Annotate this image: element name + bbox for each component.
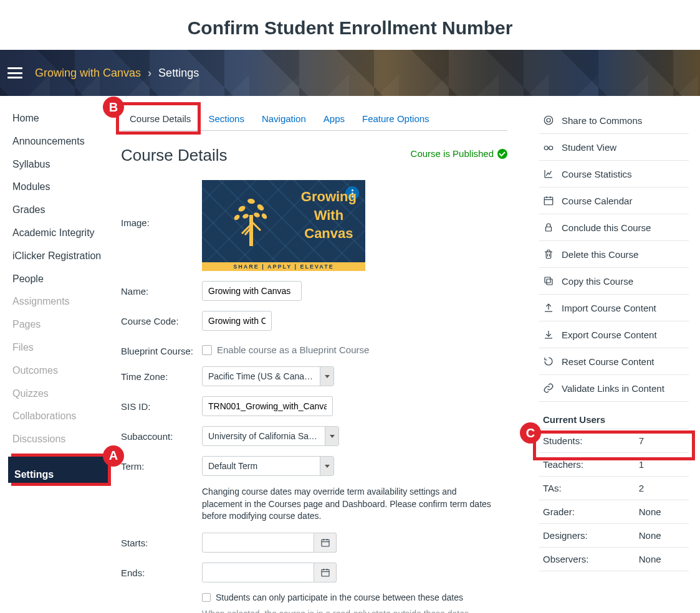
- action-conclude-course[interactable]: Conclude this Course: [539, 214, 689, 241]
- sidebar-item-discussions[interactable]: Discussions: [11, 428, 111, 451]
- restrict-dates-label: Students can only participate in the cou…: [216, 592, 463, 602]
- svg-point-18: [544, 146, 548, 150]
- sidebar-item-settings[interactable]: Settings: [8, 457, 108, 483]
- label-name: Name:: [121, 281, 202, 297]
- chevron-down-icon: [320, 457, 333, 475]
- svg-rect-27: [547, 279, 552, 285]
- course-image[interactable]: Growing With Canvas SHARE | APPLY | ELEV…: [202, 180, 365, 271]
- action-copy-course[interactable]: Copy this Course: [539, 268, 689, 295]
- svg-point-19: [549, 146, 553, 150]
- callout-c-frame: C: [533, 430, 695, 460]
- settings-main: B Course Details Sections Navigation App…: [121, 107, 529, 613]
- sidebar-item-syllabus[interactable]: Syllabus: [11, 153, 111, 176]
- breadcrumb-page: Settings: [158, 67, 199, 79]
- link-icon: [543, 383, 554, 394]
- copy-icon: [543, 275, 554, 287]
- svg-point-4: [242, 213, 249, 219]
- row-grader: Grader:None: [539, 500, 689, 524]
- action-reset-content[interactable]: Reset Course Content: [539, 348, 689, 375]
- sidebar-item-people[interactable]: People: [11, 268, 111, 291]
- label-timezone: Time Zone:: [121, 366, 202, 382]
- chevron-down-icon: [320, 367, 333, 386]
- action-course-calendar[interactable]: Course Calendar: [539, 188, 689, 214]
- svg-point-7: [261, 212, 268, 220]
- svg-rect-28: [545, 277, 550, 283]
- sidebar-item-announcements[interactable]: Announcements: [11, 130, 111, 153]
- callout-badge-b: B: [103, 97, 124, 118]
- blueprint-checkbox[interactable]: [202, 345, 212, 355]
- callout-badge-a: A: [103, 445, 124, 467]
- svg-point-6: [233, 214, 241, 221]
- starts-input[interactable]: [202, 533, 314, 553]
- tab-sections[interactable]: Sections: [199, 107, 253, 130]
- term-select[interactable]: Default Term: [202, 456, 334, 476]
- stats-icon: [543, 168, 554, 179]
- sidebar-item-pages[interactable]: Pages: [11, 313, 111, 336]
- callout-badge-c: C: [520, 422, 541, 444]
- svg-point-5: [253, 212, 261, 219]
- breadcrumb-course[interactable]: Growing with Canvas: [35, 67, 141, 79]
- blueprint-checkbox-label: Enable course as a Blueprint Course: [217, 345, 369, 355]
- chevron-down-icon: [325, 427, 338, 445]
- tab-apps[interactable]: Apps: [315, 107, 353, 130]
- course-nav: Home Announcements Syllabus Modules Grad…: [0, 107, 111, 613]
- label-image: Image:: [121, 180, 202, 228]
- sidebar-item-grades[interactable]: Grades: [11, 199, 111, 222]
- subaccount-select[interactable]: University of California San D: [202, 426, 339, 446]
- calendar-icon[interactable]: [314, 563, 337, 582]
- row-observers: Observers:None: [539, 548, 689, 571]
- sidebar-item-files[interactable]: Files: [11, 336, 111, 359]
- hamburger-icon[interactable]: [7, 67, 22, 78]
- check-circle-icon: [497, 149, 507, 159]
- label-sisid: SIS ID:: [121, 396, 202, 412]
- sidebar-item-assignments[interactable]: Assignments: [11, 290, 111, 313]
- label-starts: Starts:: [121, 533, 202, 548]
- action-import-content[interactable]: Import Course Content: [539, 295, 689, 321]
- svg-point-1: [237, 205, 246, 213]
- timezone-select[interactable]: Pacific Time (US & Canada) (-0: [202, 366, 334, 386]
- course-banner: Growing with Canvas › Settings: [0, 50, 700, 96]
- sidebar-item-quizzes[interactable]: Quizzes: [11, 383, 111, 406]
- tab-feature-options[interactable]: Feature Options: [353, 107, 438, 130]
- row-designers: Designers:None: [539, 524, 689, 548]
- ends-input[interactable]: [202, 563, 314, 582]
- action-export-content[interactable]: Export Course Content: [539, 321, 689, 348]
- chevron-right-icon: ›: [144, 67, 155, 79]
- reset-icon: [543, 356, 554, 367]
- row-tas: TAs:2: [539, 477, 689, 500]
- action-course-statistics[interactable]: Course Statistics: [539, 161, 689, 188]
- sidebar-item-outcomes[interactable]: Outcomes: [11, 359, 111, 383]
- course-code-input[interactable]: [202, 311, 272, 331]
- restrict-dates-checkbox[interactable]: [202, 593, 211, 602]
- page-title: Confirm Student Enrollment Number: [0, 0, 700, 50]
- sidebar-item-collaborations[interactable]: Collaborations: [11, 405, 111, 428]
- sidebar-item-academic-integrity[interactable]: Academic Integrity: [11, 222, 111, 245]
- sidebar-item-modules[interactable]: Modules: [11, 176, 111, 199]
- label-ends: Ends:: [121, 563, 202, 578]
- callout-b-frame: B: [116, 102, 201, 135]
- action-share-commons[interactable]: Share to Commons: [539, 107, 689, 134]
- readonly-note: When selected, the course is in a read-o…: [202, 609, 507, 613]
- action-student-view[interactable]: Student View: [539, 134, 689, 161]
- current-users-title: Current Users: [543, 414, 689, 425]
- tree-icon: [229, 190, 273, 246]
- label-blueprint: Blueprint Course:: [121, 341, 202, 356]
- sidebar-item-iclicker[interactable]: iClicker Registration: [11, 245, 111, 268]
- svg-rect-0: [249, 215, 253, 246]
- tab-navigation[interactable]: Navigation: [253, 107, 315, 130]
- lock-icon: [543, 222, 554, 233]
- label-code: Course Code:: [121, 311, 202, 326]
- term-note: Changing course dates may override term …: [202, 486, 495, 523]
- sidebar-item-home[interactable]: Home: [11, 107, 111, 130]
- trash-icon: [543, 249, 554, 260]
- action-validate-links[interactable]: Validate Links in Content: [539, 375, 689, 402]
- upload-icon: [543, 302, 554, 313]
- sisid-input[interactable]: [202, 396, 333, 416]
- action-delete-course[interactable]: Delete this Course: [539, 241, 689, 268]
- svg-rect-24: [546, 227, 552, 231]
- calendar-icon[interactable]: [314, 533, 337, 553]
- svg-rect-12: [322, 569, 329, 576]
- glasses-icon: [543, 141, 554, 153]
- svg-point-3: [256, 203, 265, 212]
- course-name-input[interactable]: [202, 281, 302, 301]
